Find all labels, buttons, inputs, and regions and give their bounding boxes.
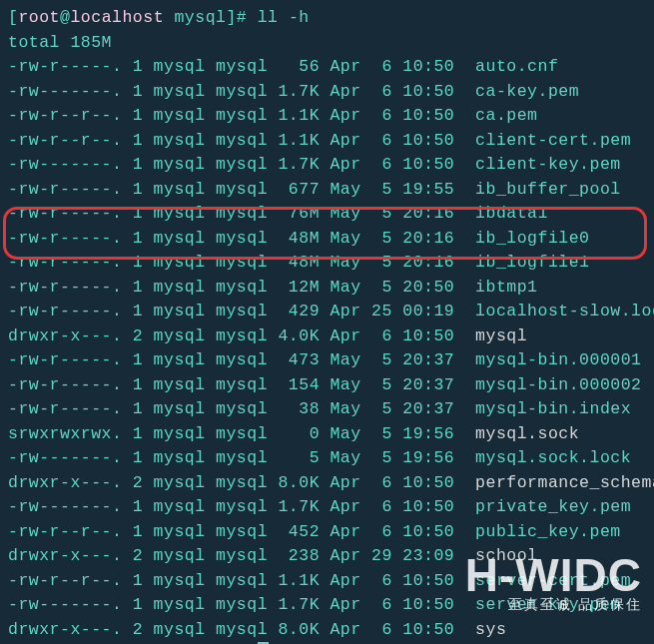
listing-row: -rw-------. 1 mysql mysql 1.7K Apr 6 10:… (8, 80, 646, 105)
listing-row: -rw-r-----. 1 mysql mysql 154 May 5 20:3… (8, 373, 646, 398)
listing-row: -rw-------. 1 mysql mysql 5 May 5 19:56 … (8, 446, 646, 471)
file-name: server-cert.pem (475, 571, 631, 590)
file-name: client-cert.pem (475, 131, 631, 150)
file-name: ibdata1 (475, 204, 548, 223)
file-name: client-key.pem (475, 155, 621, 174)
file-name: ca.pem (475, 106, 537, 125)
listing-row: -rw-r--r--. 1 mysql mysql 1.1K Apr 6 10:… (8, 569, 646, 594)
listing-row: -rw-r-----. 1 mysql mysql 38 May 5 20:37… (8, 397, 646, 422)
file-name: mysql (475, 326, 527, 345)
listing-row: -rw-r-----. 1 mysql mysql 56 Apr 6 10:50… (8, 55, 646, 80)
file-name: ib_buffer_pool (475, 180, 621, 199)
total-line: total 185M (8, 31, 646, 56)
file-name: school (475, 546, 537, 565)
file-name: ibtmp1 (475, 278, 537, 297)
file-name: private_key.pem (475, 497, 631, 516)
listing-row: -rw-r--r--. 1 mysql mysql 1.1K Apr 6 10:… (8, 129, 646, 154)
listing-row: -rw-r--r--. 1 mysql mysql 452 Apr 6 10:5… (8, 520, 646, 545)
file-name: ib_logfile1 (475, 253, 589, 272)
listing-row: -rw-------. 1 mysql mysql 1.7K Apr 6 10:… (8, 593, 646, 618)
listing-row: drwxr-x---. 2 mysql mysql 4.0K Apr 6 10:… (8, 324, 646, 349)
file-name: ib_logfile0 (475, 229, 589, 248)
listing-row: -rw-------. 1 mysql mysql 1.7K Apr 6 10:… (8, 153, 646, 178)
listing-row: -rw-r-----. 1 mysql mysql 12M May 5 20:5… (8, 276, 646, 301)
file-name: server-key.pem (475, 595, 621, 614)
listing-row: -rw-r-----. 1 mysql mysql 677 May 5 19:5… (8, 178, 646, 203)
file-name: sys (475, 620, 506, 639)
file-name: ca-key.pem (475, 82, 579, 101)
file-name: mysql-bin.000002 (475, 375, 641, 394)
listing-row: -rw-------. 1 mysql mysql 1.7K Apr 6 10:… (8, 495, 646, 520)
file-name: auto.cnf (475, 57, 558, 76)
listing-row: -rw-r-----. 1 mysql mysql 76M May 5 20:1… (8, 202, 646, 227)
terminal-output: [root@localhost mysql]# ll -htotal 185M-… (8, 6, 646, 644)
file-name: mysql.sock.lock (475, 448, 631, 467)
listing-row: drwxr-x---. 2 mysql mysql 8.0K Apr 6 10:… (8, 471, 646, 496)
file-name: mysql-bin.index (475, 399, 631, 418)
listing-row: drwxr-x---. 2 mysql mysql 238 Apr 29 23:… (8, 544, 646, 569)
file-name: localhost-slow.log (475, 302, 654, 321)
listing-row: -rw-r-----. 1 mysql mysql 48M May 5 20:1… (8, 227, 646, 252)
file-name: mysql-bin.000001 (475, 350, 641, 369)
listing-row: drwxr-x---. 2 mysql mysql 8.0K Apr 6 10:… (8, 618, 646, 643)
listing-row: -rw-r-----. 1 mysql mysql 473 May 5 20:3… (8, 348, 646, 373)
listing-row: srwxrwxrwx. 1 mysql mysql 0 May 5 19:56 … (8, 422, 646, 447)
listing-row: -rw-r-----. 1 mysql mysql 48M May 5 20:1… (8, 251, 646, 276)
listing-row: -rw-r--r--. 1 mysql mysql 1.1K Apr 6 10:… (8, 104, 646, 129)
prompt-line: [root@localhost mysql]# ll -h (8, 6, 646, 31)
file-name: public_key.pem (475, 522, 621, 541)
listing-row: -rw-r-----. 1 mysql mysql 429 Apr 25 00:… (8, 300, 646, 324)
file-name: performance_schema (475, 473, 654, 492)
file-name: mysql.sock (475, 424, 579, 443)
